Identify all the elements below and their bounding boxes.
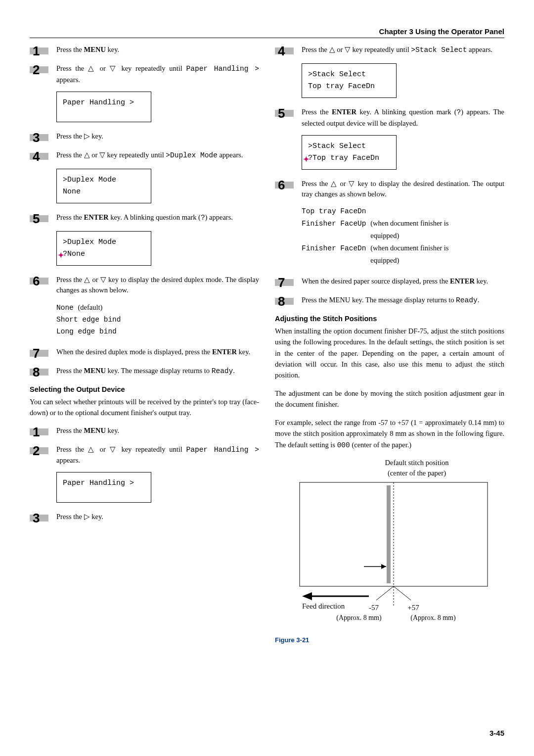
step: 5Press the ENTER key. A blinking questio… xyxy=(275,107,504,129)
step-number-box: 2 xyxy=(30,444,49,457)
step-text: When the desired paper source displayed,… xyxy=(302,276,504,287)
step: 1Press the MENU key. xyxy=(30,45,259,57)
step-number: 5 xyxy=(30,212,49,225)
step-text: Press the ▷ key. xyxy=(56,512,259,522)
para: The adjustment can be done by moving the… xyxy=(275,388,504,410)
step-number: 1 xyxy=(30,45,49,57)
step-number: 7 xyxy=(275,276,295,289)
step-text: Press the MENU key. xyxy=(56,45,259,55)
step: 1Press the MENU key. xyxy=(30,425,259,438)
lcd-line: ?None✦ xyxy=(63,248,145,260)
step-text: Press the △ or ▽ key repeatedly until Pa… xyxy=(56,63,259,86)
lcd-line: Paper Handling > xyxy=(63,97,145,109)
lcd-display: >Duplex Mode None xyxy=(56,169,151,203)
step-number-box: 2 xyxy=(30,63,49,76)
step-number-box: 5 xyxy=(30,212,49,225)
step-number-box: 1 xyxy=(30,45,49,57)
step: 7When the desired paper source displayed… xyxy=(275,276,504,289)
step-number: 8 xyxy=(30,366,49,378)
svg-marker-8 xyxy=(302,592,312,600)
blink-indicator-icon: ✦ xyxy=(303,153,309,165)
lcd-line: >Stack Select xyxy=(308,69,390,81)
figure-caption: Figure 3-21 xyxy=(275,636,504,644)
svg-text:(Approx. 8 mm): (Approx. 8 mm) xyxy=(336,614,382,622)
svg-line-5 xyxy=(376,586,394,600)
step-number-box: 8 xyxy=(275,295,295,308)
para: For example, select the range from -57 t… xyxy=(275,417,504,451)
step: 6Press the △ or ▽ key to display the des… xyxy=(30,275,259,296)
option-list: Top tray FaceDnFinisher FaceUp (when doc… xyxy=(302,206,504,267)
step: 7When the desired duplex mode is display… xyxy=(30,347,259,360)
step-number: 4 xyxy=(275,45,295,57)
right-column: 4Press the △ or ▽ key repeatedly until >… xyxy=(275,45,504,736)
lcd-line: >Duplex Mode xyxy=(63,236,145,248)
step-number-box: 4 xyxy=(275,45,295,57)
step-text: Press the ENTER key. A blinking question… xyxy=(56,212,259,224)
section-heading: Selecting the Output Device xyxy=(30,385,259,393)
step-number: 8 xyxy=(275,295,295,308)
step-number: 6 xyxy=(30,275,49,287)
stitch-position-diagram: Feed direction-57+57(Approx. 8 mm)(Appro… xyxy=(275,480,502,633)
step: 5Press the ENTER key. A blinking questio… xyxy=(30,212,259,225)
lcd-line: >Duplex Mode xyxy=(63,174,145,186)
step-number-box: 5 xyxy=(275,107,295,120)
step: 3Press the ▷ key. xyxy=(30,131,259,144)
step: 2Press the △ or ▽ key repeatedly until P… xyxy=(30,63,259,86)
lcd-display: >Stack Select Top tray FaceDn xyxy=(302,63,397,98)
step-number-box: 7 xyxy=(30,347,49,360)
blink-indicator-icon: ✦ xyxy=(58,249,63,261)
step: 3Press the ▷ key. xyxy=(30,512,259,524)
svg-text:-57: -57 xyxy=(369,604,379,612)
step-number-box: 4 xyxy=(30,150,49,163)
step-number: 1 xyxy=(30,425,49,438)
step: 4Press the △ or ▽ key repeatedly until >… xyxy=(275,45,504,57)
step-number: 5 xyxy=(275,107,295,120)
step-number-box: 3 xyxy=(30,512,49,524)
step-text: Press the ENTER key. A blinking question… xyxy=(302,107,504,129)
step: 2Press the △ or ▽ key repeatedly until P… xyxy=(30,444,259,467)
step-text: Press the △ or ▽ key repeatedly until >S… xyxy=(302,45,504,56)
step-number-box: 6 xyxy=(30,275,49,287)
svg-text:Feed direction: Feed direction xyxy=(302,602,345,610)
page-number: 3-45 xyxy=(490,729,504,737)
lcd-line: Top tray FaceDn xyxy=(308,81,390,93)
step: 8Press the MENU key. The message display… xyxy=(30,366,259,378)
page: Chapter 3 Using the Operator Panel 1Pres… xyxy=(0,0,534,756)
step-text: Press the MENU key. The message display … xyxy=(56,366,259,377)
step-text: Press the △ or ▽ key repeatedly until >D… xyxy=(56,150,259,161)
step-number-box: 1 xyxy=(30,425,49,438)
step: 6Press the △ or ▽ key to display the des… xyxy=(275,179,504,200)
step-number-box: 7 xyxy=(275,276,295,289)
section-para: You can select whether printouts will be… xyxy=(30,396,259,419)
step-number: 3 xyxy=(30,131,49,144)
step-number-box: 6 xyxy=(275,179,295,191)
step: 4Press the △ or ▽ key repeatedly until >… xyxy=(30,150,259,163)
option-list: None (default)Short edge bindLong edge b… xyxy=(56,302,259,338)
lcd-display: >Stack Select?Top tray FaceDn✦ xyxy=(302,135,397,170)
step-text: Press the △ or ▽ key repeatedly until Pa… xyxy=(56,444,259,467)
step-text: Press the MENU key. The message display … xyxy=(302,295,504,306)
step-text: Press the MENU key. xyxy=(56,425,259,436)
lcd-display: Paper Handling > xyxy=(56,92,151,122)
columns: 1Press the MENU key.2Press the △ or ▽ ke… xyxy=(30,45,504,736)
lcd-line: None xyxy=(63,186,145,198)
step-text: Press the △ or ▽ key to display the desi… xyxy=(56,275,259,296)
svg-text:(Approx. 8 mm): (Approx. 8 mm) xyxy=(410,614,456,622)
step-text: Press the ▷ key. xyxy=(56,131,259,142)
figure: Default stitch position(center of the pa… xyxy=(275,458,504,644)
figure-top-label: Default stitch position(center of the pa… xyxy=(329,458,504,478)
step-number: 2 xyxy=(30,63,49,76)
step-number: 2 xyxy=(30,444,49,457)
section-heading: Adjusting the Stitch Positions xyxy=(275,315,504,323)
lcd-line: Paper Handling > xyxy=(63,477,145,489)
svg-line-6 xyxy=(394,586,411,600)
chapter-header: Chapter 3 Using the Operator Panel xyxy=(30,27,504,38)
step-number: 6 xyxy=(275,179,295,191)
svg-text:+57: +57 xyxy=(407,604,419,612)
left-column: 1Press the MENU key.2Press the △ or ▽ ke… xyxy=(30,45,259,736)
step-number: 4 xyxy=(30,150,49,163)
lcd-display: >Duplex Mode?None✦ xyxy=(56,231,151,266)
lcd-line: >Stack Select xyxy=(308,141,390,152)
step-number: 7 xyxy=(30,347,49,360)
lcd-line: ?Top tray FaceDn✦ xyxy=(308,152,390,164)
